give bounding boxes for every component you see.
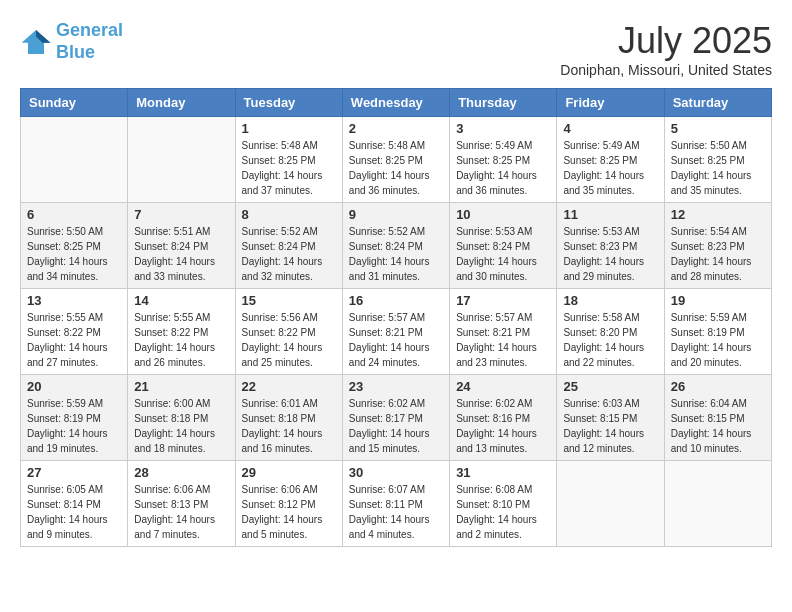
day-info: Sunrise: 5:53 AMSunset: 8:24 PMDaylight:… (456, 224, 550, 284)
weekday-header-monday: Monday (128, 89, 235, 117)
day-info: Sunrise: 5:48 AMSunset: 8:25 PMDaylight:… (242, 138, 336, 198)
calendar-cell: 27Sunrise: 6:05 AMSunset: 8:14 PMDayligh… (21, 461, 128, 547)
calendar-cell: 18Sunrise: 5:58 AMSunset: 8:20 PMDayligh… (557, 289, 664, 375)
day-info: Sunrise: 5:55 AMSunset: 8:22 PMDaylight:… (134, 310, 228, 370)
weekday-header-wednesday: Wednesday (342, 89, 449, 117)
calendar-cell: 14Sunrise: 5:55 AMSunset: 8:22 PMDayligh… (128, 289, 235, 375)
calendar-cell: 10Sunrise: 5:53 AMSunset: 8:24 PMDayligh… (450, 203, 557, 289)
calendar-cell: 28Sunrise: 6:06 AMSunset: 8:13 PMDayligh… (128, 461, 235, 547)
calendar-cell: 1Sunrise: 5:48 AMSunset: 8:25 PMDaylight… (235, 117, 342, 203)
calendar-cell (664, 461, 771, 547)
weekday-header-sunday: Sunday (21, 89, 128, 117)
day-number: 31 (456, 465, 550, 480)
logo-line1: General (56, 20, 123, 40)
day-number: 30 (349, 465, 443, 480)
calendar-week-row: 27Sunrise: 6:05 AMSunset: 8:14 PMDayligh… (21, 461, 772, 547)
weekday-header-thursday: Thursday (450, 89, 557, 117)
day-number: 26 (671, 379, 765, 394)
calendar-cell: 13Sunrise: 5:55 AMSunset: 8:22 PMDayligh… (21, 289, 128, 375)
calendar-week-row: 1Sunrise: 5:48 AMSunset: 8:25 PMDaylight… (21, 117, 772, 203)
day-info: Sunrise: 5:49 AMSunset: 8:25 PMDaylight:… (456, 138, 550, 198)
weekday-header-tuesday: Tuesday (235, 89, 342, 117)
day-number: 10 (456, 207, 550, 222)
calendar-cell: 31Sunrise: 6:08 AMSunset: 8:10 PMDayligh… (450, 461, 557, 547)
calendar-week-row: 13Sunrise: 5:55 AMSunset: 8:22 PMDayligh… (21, 289, 772, 375)
day-info: Sunrise: 6:02 AMSunset: 8:17 PMDaylight:… (349, 396, 443, 456)
calendar-cell: 15Sunrise: 5:56 AMSunset: 8:22 PMDayligh… (235, 289, 342, 375)
day-number: 5 (671, 121, 765, 136)
day-number: 9 (349, 207, 443, 222)
day-number: 11 (563, 207, 657, 222)
day-number: 8 (242, 207, 336, 222)
calendar-cell (557, 461, 664, 547)
day-info: Sunrise: 5:59 AMSunset: 8:19 PMDaylight:… (27, 396, 121, 456)
calendar-cell (21, 117, 128, 203)
day-info: Sunrise: 6:05 AMSunset: 8:14 PMDaylight:… (27, 482, 121, 542)
day-number: 15 (242, 293, 336, 308)
weekday-header-saturday: Saturday (664, 89, 771, 117)
day-number: 28 (134, 465, 228, 480)
day-info: Sunrise: 6:06 AMSunset: 8:12 PMDaylight:… (242, 482, 336, 542)
calendar-cell: 29Sunrise: 6:06 AMSunset: 8:12 PMDayligh… (235, 461, 342, 547)
calendar-cell: 3Sunrise: 5:49 AMSunset: 8:25 PMDaylight… (450, 117, 557, 203)
day-info: Sunrise: 5:50 AMSunset: 8:25 PMDaylight:… (27, 224, 121, 284)
calendar-cell: 9Sunrise: 5:52 AMSunset: 8:24 PMDaylight… (342, 203, 449, 289)
day-number: 23 (349, 379, 443, 394)
calendar-cell: 20Sunrise: 5:59 AMSunset: 8:19 PMDayligh… (21, 375, 128, 461)
calendar-cell: 26Sunrise: 6:04 AMSunset: 8:15 PMDayligh… (664, 375, 771, 461)
calendar-week-row: 20Sunrise: 5:59 AMSunset: 8:19 PMDayligh… (21, 375, 772, 461)
month-title: July 2025 (560, 20, 772, 62)
weekday-header-row: SundayMondayTuesdayWednesdayThursdayFrid… (21, 89, 772, 117)
calendar-cell: 8Sunrise: 5:52 AMSunset: 8:24 PMDaylight… (235, 203, 342, 289)
day-info: Sunrise: 5:54 AMSunset: 8:23 PMDaylight:… (671, 224, 765, 284)
day-number: 16 (349, 293, 443, 308)
day-number: 3 (456, 121, 550, 136)
day-number: 22 (242, 379, 336, 394)
day-info: Sunrise: 6:01 AMSunset: 8:18 PMDaylight:… (242, 396, 336, 456)
day-info: Sunrise: 6:03 AMSunset: 8:15 PMDaylight:… (563, 396, 657, 456)
day-number: 20 (27, 379, 121, 394)
day-info: Sunrise: 5:49 AMSunset: 8:25 PMDaylight:… (563, 138, 657, 198)
day-info: Sunrise: 6:04 AMSunset: 8:15 PMDaylight:… (671, 396, 765, 456)
day-info: Sunrise: 5:50 AMSunset: 8:25 PMDaylight:… (671, 138, 765, 198)
logo-line2: Blue (56, 42, 95, 62)
calendar-cell: 6Sunrise: 5:50 AMSunset: 8:25 PMDaylight… (21, 203, 128, 289)
calendar-cell (128, 117, 235, 203)
calendar-cell: 5Sunrise: 5:50 AMSunset: 8:25 PMDaylight… (664, 117, 771, 203)
calendar-cell: 11Sunrise: 5:53 AMSunset: 8:23 PMDayligh… (557, 203, 664, 289)
title-block: July 2025 Doniphan, Missouri, United Sta… (560, 20, 772, 78)
calendar-cell: 12Sunrise: 5:54 AMSunset: 8:23 PMDayligh… (664, 203, 771, 289)
day-number: 25 (563, 379, 657, 394)
day-number: 27 (27, 465, 121, 480)
calendar-cell: 24Sunrise: 6:02 AMSunset: 8:16 PMDayligh… (450, 375, 557, 461)
weekday-header-friday: Friday (557, 89, 664, 117)
calendar-cell: 30Sunrise: 6:07 AMSunset: 8:11 PMDayligh… (342, 461, 449, 547)
calendar-cell: 23Sunrise: 6:02 AMSunset: 8:17 PMDayligh… (342, 375, 449, 461)
calendar-cell: 16Sunrise: 5:57 AMSunset: 8:21 PMDayligh… (342, 289, 449, 375)
calendar-cell: 4Sunrise: 5:49 AMSunset: 8:25 PMDaylight… (557, 117, 664, 203)
logo-icon (20, 28, 52, 56)
day-number: 4 (563, 121, 657, 136)
day-number: 2 (349, 121, 443, 136)
day-info: Sunrise: 5:52 AMSunset: 8:24 PMDaylight:… (242, 224, 336, 284)
day-number: 18 (563, 293, 657, 308)
page-header: General Blue July 2025 Doniphan, Missour… (20, 20, 772, 78)
day-info: Sunrise: 5:52 AMSunset: 8:24 PMDaylight:… (349, 224, 443, 284)
day-info: Sunrise: 5:57 AMSunset: 8:21 PMDaylight:… (456, 310, 550, 370)
calendar-cell: 19Sunrise: 5:59 AMSunset: 8:19 PMDayligh… (664, 289, 771, 375)
day-number: 17 (456, 293, 550, 308)
calendar-cell: 21Sunrise: 6:00 AMSunset: 8:18 PMDayligh… (128, 375, 235, 461)
day-info: Sunrise: 5:59 AMSunset: 8:19 PMDaylight:… (671, 310, 765, 370)
day-number: 12 (671, 207, 765, 222)
day-info: Sunrise: 6:07 AMSunset: 8:11 PMDaylight:… (349, 482, 443, 542)
day-number: 19 (671, 293, 765, 308)
day-info: Sunrise: 5:48 AMSunset: 8:25 PMDaylight:… (349, 138, 443, 198)
calendar-cell: 7Sunrise: 5:51 AMSunset: 8:24 PMDaylight… (128, 203, 235, 289)
day-number: 14 (134, 293, 228, 308)
day-info: Sunrise: 5:55 AMSunset: 8:22 PMDaylight:… (27, 310, 121, 370)
day-number: 21 (134, 379, 228, 394)
day-info: Sunrise: 6:08 AMSunset: 8:10 PMDaylight:… (456, 482, 550, 542)
day-number: 29 (242, 465, 336, 480)
day-info: Sunrise: 6:06 AMSunset: 8:13 PMDaylight:… (134, 482, 228, 542)
calendar-cell: 2Sunrise: 5:48 AMSunset: 8:25 PMDaylight… (342, 117, 449, 203)
